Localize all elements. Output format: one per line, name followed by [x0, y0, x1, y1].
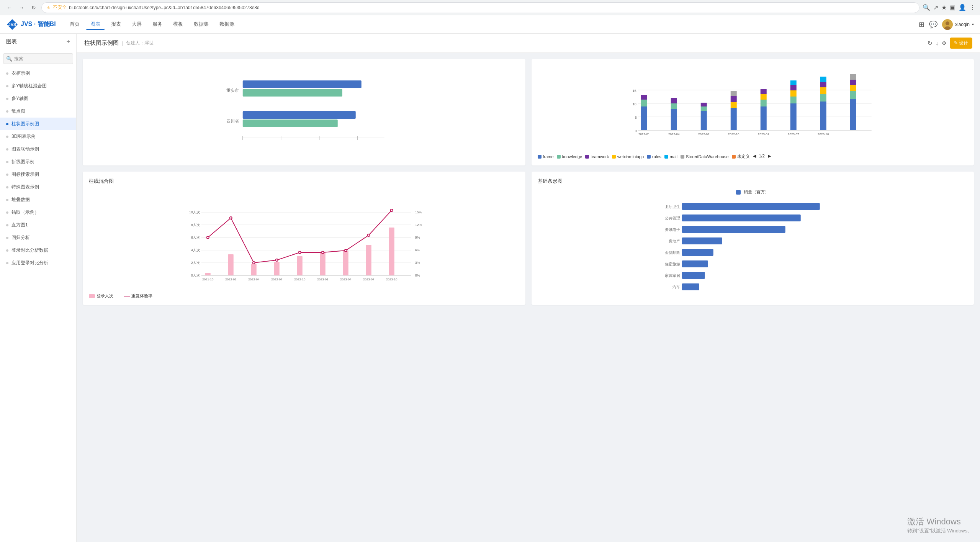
legend-mail: mail — [664, 154, 677, 159]
browser-bar: ← → ↻ ⚠ 不安全 bi.bctools.cn/#/chart-design… — [0, 0, 980, 15]
svg-rect-62 — [850, 80, 856, 85]
svg-rect-87 — [297, 256, 303, 275]
search-input[interactable] — [3, 53, 73, 64]
legend-login: 登录人次 — [89, 293, 113, 299]
sidebar-item-4[interactable]: 柱状图示例图 — [0, 118, 76, 130]
sidebar-item-12[interactable]: 直方图1 — [0, 219, 76, 231]
download-icon[interactable]: ↓ — [936, 40, 939, 46]
svg-rect-27 — [641, 95, 647, 100]
content-area: 柱状图示例图 | 创建人：浮世 ↻ ↓ ✥ ✎ 设计 重庆市 四川省 — [77, 34, 980, 542]
sidebar-item-7[interactable]: 折线图示例 — [0, 156, 76, 168]
address-bar[interactable]: ⚠ 不安全 bi.bctools.cn/#/chart-design-ui/ch… — [41, 2, 919, 13]
nav-screen[interactable]: 大屏 — [127, 19, 146, 30]
svg-text:0: 0 — [635, 129, 636, 133]
nav-template[interactable]: 模板 — [169, 19, 188, 30]
sidebar-item-8[interactable]: 图标搜索示例 — [0, 168, 76, 181]
message-icon[interactable]: 💬 — [929, 20, 937, 29]
sidebar-item-1[interactable]: 多Y轴线柱混合图 — [0, 80, 76, 92]
pagination-prev[interactable]: ◀ — [753, 154, 756, 159]
svg-text:6%: 6% — [415, 248, 420, 252]
svg-text:15%: 15% — [415, 210, 422, 214]
svg-point-3 — [946, 21, 949, 25]
sidebar-item-9[interactable]: 特殊图表示例 — [0, 181, 76, 193]
search-box: 🔍 — [3, 53, 73, 64]
svg-rect-40 — [730, 91, 736, 96]
svg-rect-119 — [682, 215, 800, 221]
nav-datasource[interactable]: 数据源 — [215, 19, 239, 30]
add-icon[interactable]: + — [67, 38, 70, 45]
nav-dataset[interactable]: 数据集 — [189, 19, 213, 30]
svg-rect-8 — [243, 80, 362, 88]
svg-text:8人次: 8人次 — [191, 223, 200, 227]
svg-rect-39 — [730, 96, 736, 102]
svg-text:9%: 9% — [415, 236, 420, 239]
svg-rect-42 — [760, 106, 766, 130]
search-icon: 🔍 — [6, 56, 12, 62]
svg-text:2023-07: 2023-07 — [788, 133, 799, 136]
sidebar-item-10[interactable]: 堆叠数据 — [0, 193, 76, 206]
sidebar-dot — [6, 148, 8, 151]
grid-icon[interactable]: ⊞ — [919, 20, 924, 29]
svg-rect-31 — [671, 98, 677, 103]
sidebar-dot — [6, 136, 8, 138]
svg-rect-10 — [243, 111, 356, 119]
svg-text:2023-01: 2023-01 — [758, 133, 769, 136]
fullscreen-icon[interactable]: ✥ — [942, 40, 947, 47]
svg-text:10: 10 — [632, 102, 636, 106]
back-button[interactable]: ← — [5, 3, 14, 12]
tab-icon[interactable]: ▣ — [950, 4, 955, 11]
svg-text:5: 5 — [635, 116, 636, 120]
svg-rect-121 — [682, 237, 722, 244]
reload-button[interactable]: ↻ — [29, 3, 38, 12]
zoom-icon[interactable]: 🔍 — [923, 4, 930, 11]
nav-home[interactable]: 首页 — [65, 19, 84, 30]
svg-rect-91 — [389, 228, 394, 275]
sidebar-item-13[interactable]: 回归分析 — [0, 231, 76, 244]
pagination-next[interactable]: ▶ — [768, 154, 771, 159]
svg-text:2人次: 2人次 — [191, 261, 200, 265]
menu-icon[interactable]: ⋮ — [969, 4, 975, 11]
svg-point-99 — [368, 234, 370, 236]
nav-report[interactable]: 报表 — [106, 19, 126, 30]
sidebar-item-5[interactable]: 3D图表示例 — [0, 130, 76, 143]
svg-rect-56 — [820, 82, 826, 87]
svg-text:资讯电子: 资讯电子 — [664, 228, 680, 232]
svg-text:2022-04: 2022-04 — [668, 133, 680, 136]
svg-text:公共管理: 公共管理 — [664, 216, 680, 220]
bookmark-icon[interactable]: ★ — [941, 4, 947, 11]
sidebar-item-15[interactable]: 应用登录对比分析 — [0, 257, 76, 269]
sidebar-item-14[interactable]: 登录对比分析数据 — [0, 244, 76, 257]
svg-rect-61 — [850, 85, 856, 91]
profile-icon[interactable]: 👤 — [959, 4, 966, 11]
sidebar-header: 图表 + — [0, 34, 76, 50]
svg-rect-124 — [682, 272, 705, 279]
forward-button[interactable]: → — [17, 3, 26, 12]
security-icon: ⚠ — [46, 5, 51, 10]
svg-rect-51 — [790, 80, 796, 85]
svg-rect-48 — [790, 97, 796, 103]
share-icon[interactable]: ↗ — [933, 4, 938, 11]
sidebar-dot — [6, 72, 8, 75]
sidebar-item-11[interactable]: 钻取（示例） — [0, 206, 76, 219]
sidebar-dot — [6, 237, 8, 239]
legend-repeat: 重复体验率 — [124, 293, 152, 299]
sidebar-item-3[interactable]: 散点图 — [0, 105, 76, 118]
user-info[interactable]: xiaoqin ▾ — [942, 19, 974, 30]
chart-card-3: 柱线混合图 0人次 2人次 4人次 6人次 8人次 10人次 0% 3% 6% … — [83, 172, 525, 305]
chart4-legend-dot — [736, 190, 741, 195]
svg-rect-85 — [251, 264, 257, 275]
sidebar-item-2[interactable]: 多Y轴图 — [0, 92, 76, 105]
design-button[interactable]: ✎ 设计 — [950, 38, 972, 49]
nav-charts[interactable]: 图表 — [86, 19, 105, 30]
chart-card-2: 0 5 10 15 2022-01 — [532, 59, 974, 165]
mixed-bar-line-chart: 0人次 2人次 4人次 6人次 8人次 10人次 0% 3% 6% 9% 12%… — [89, 189, 519, 289]
sidebar: 图表 + 🔍 衣柜示例 多Y轴线柱混合图 多Y轴图 散点图 柱状图示例图 — [0, 34, 77, 542]
refresh-icon[interactable]: ↻ — [928, 40, 933, 47]
nav-service[interactable]: 服务 — [148, 19, 167, 30]
bar-chart-horizontal: 卫厅卫生 公共管理 资讯电子 房地产 金储邮政 住宿旅游 家具家居 汽车 — [538, 198, 968, 298]
sidebar-item-0[interactable]: 衣柜示例 — [0, 67, 76, 80]
sidebar-item-6[interactable]: 图表联动示例 — [0, 143, 76, 156]
svg-text:汽车: 汽车 — [672, 285, 680, 289]
page-title: 柱状图示例图 — [84, 39, 119, 47]
sidebar-title: 图表 — [6, 38, 17, 45]
